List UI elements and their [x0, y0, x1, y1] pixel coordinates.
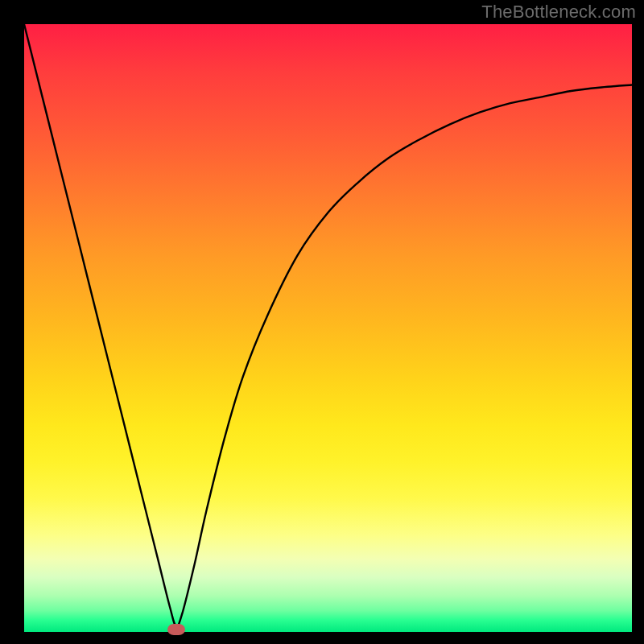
bottleneck-curve — [24, 24, 632, 626]
chart-frame: TheBottleneck.com — [0, 0, 644, 644]
curve-layer — [24, 24, 632, 632]
optimal-point-marker — [167, 624, 185, 635]
watermark-text: TheBottleneck.com — [481, 2, 636, 23]
plot-area — [24, 24, 632, 632]
